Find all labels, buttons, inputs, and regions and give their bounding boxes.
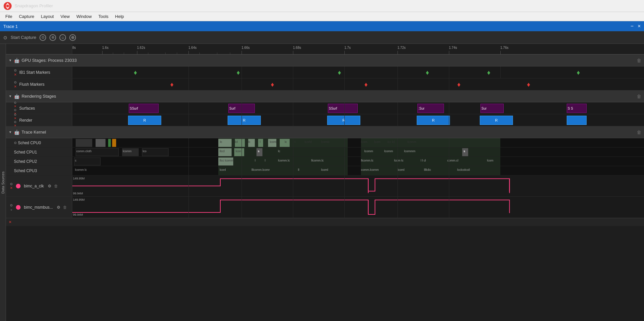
bimc-msmbus-trash[interactable]: 🗑 [63,205,67,210]
sched-cpu0-icon[interactable]: ⊙ [14,141,17,145]
surfaces-content: SSurf Surf SSurf :Sur Sur S S [72,102,644,114]
sched-cpu0-content: lc lcl lc l lcoml lc l lcorld lcomlc lco… [72,138,644,147]
flush-icons: ⊙ ✕ [14,80,17,88]
toolbar-icon-1[interactable]: ⊙ [39,34,46,41]
ib1-marker-5: ♦ [487,68,490,76]
surface-block-3[interactable]: SSurf [328,104,358,113]
render-block-5[interactable]: R [480,116,513,125]
trace-kernel-title: Trace Kernel [22,130,46,135]
tracks-area: ▼ 🤖 GPU Stages: Process 23033 🗑 ⊙ ✕ IB1 … [6,54,644,321]
bimc-msmbus-row: ⊙ ⌄ bimc_msmbus... ⚙ 🗑 149.95M 99.94M [6,197,644,218]
app-icon [3,2,12,10]
ib1-content: ♦ ♦ ♦ ♦ ♦ ♦ [72,66,644,78]
trace-kernel-group-header[interactable]: ▼ 🤖 Trace Kernel 🗑 [6,126,644,138]
ib1-marker-6: ♦ [577,68,580,76]
ib1-icon-o[interactable]: ⊙ [14,68,17,72]
app-title: Snapdragon Profiler [15,3,53,8]
bottom-controls-row: ✕ [6,218,644,226]
bimc-a-clk-row: ⊙ ✕ bimc_a_clk ⚙ 🗑 149.95M 99.94M [6,175,644,197]
sidebar-text: Data Sources [1,171,5,194]
sched-cpu2-label-area: Sched CPU2 [6,157,72,166]
bimc-a-clk-content: 149.95M 99.94M [72,175,644,196]
surface-block-5[interactable]: Sur [480,104,504,113]
sched-cpu0-label-area: ⊙ Sched CPU0 [6,138,72,147]
bimc-msmbus-label: bimc_msmbus... [24,205,53,210]
trace-kernel-arrow[interactable]: ▼ [9,130,12,134]
bimc-a-clk-label: bimc_a_clk [24,184,44,188]
bimc-msmbus-gear[interactable]: ⚙ [57,205,60,210]
android-icon-kernel: 🤖 [14,130,20,135]
trace-close-button[interactable]: × [638,23,641,29]
ib1-icons: ⊙ ✕ [14,68,17,76]
flush-icon-x[interactable]: ✕ [14,85,17,88]
gpu-stages-trash[interactable]: 🗑 [637,58,641,63]
title-bar: Snapdragon Profiler [0,0,644,12]
menu-tools[interactable]: Tools [95,13,111,20]
surfaces-row: ⊙ ✕ ⊙ ✕ Surfaces SSurf Surf SSurf :Sur S… [6,102,644,114]
render-block-2[interactable]: R [228,116,261,125]
sched-cpu2-content: c llcc lcomm l l lcomm.lc llcomm.lc llco… [72,157,644,166]
menu-file[interactable]: File [2,13,16,20]
rendering-stages-group-header[interactable]: ▼ 🤖 Rendering Stages 🗑 [6,90,644,102]
bimc-a-clk-gear[interactable]: ⚙ [48,184,51,188]
toolbar-icon-3[interactable]: ☺ [59,34,66,41]
menu-capture[interactable]: Capture [16,13,37,20]
rendering-stages-trash[interactable]: 🗑 [637,94,641,99]
bottom-x-icon[interactable]: ✕ [9,220,12,224]
bimc-msmbus-content: 149.95M 99.94M [72,197,644,218]
flush-icon-o[interactable]: ⊙ [14,80,17,84]
flush-label-area: ⊙ ✕ Flush Markers [6,78,72,90]
bimc-a-clk-label-area: ⊙ ✕ bimc_a_clk ⚙ 🗑 [6,175,72,196]
bimc-msmbus-icons: ⊙ ⌄ [10,203,13,211]
sched-cpu3-label: Sched CPU3 [14,168,37,173]
sched-cpu0-row: ⊙ Sched CPU0 [6,138,644,148]
render-content: R R R R R [72,114,644,126]
flush-marker-5: ♦ [527,80,530,88]
render-block-6[interactable] [567,116,587,125]
start-capture-icon: ⊙ [3,35,7,40]
render-block-4[interactable]: R [417,116,450,125]
trace-minimize-button[interactable]: − [630,23,633,29]
toolbar: ⊙ Start Capture ⊙ ⊚ ☺ ⊕ [0,31,644,44]
sched-cpu3-content: lcomm lc lconl lllcomm.lcomr ll lcoml co… [72,166,644,175]
trace-kernel-trash[interactable]: 🗑 [637,130,641,135]
sched-cpu0-label: Sched CPU0 [18,141,41,145]
sched-cpu3-label-area: Sched CPU3 [6,166,72,175]
ib1-label: IB1 Start Markers [19,70,50,75]
ib1-icon-x[interactable]: ✕ [14,73,17,76]
sidebar-label: Data Sources [0,44,6,321]
surface-block-4[interactable]: :Sur [417,104,444,113]
surface-block-6[interactable]: S S [567,104,587,113]
render-block-3[interactable]: R [327,116,360,125]
sched-cpu1-label: Sched CPU1 [14,150,37,155]
bimc-msmbus-label-area: ⊙ ⌄ bimc_msmbus... ⚙ 🗑 [6,197,72,218]
surface-block-1[interactable]: SSurf [129,104,159,113]
menu-view[interactable]: View [57,13,73,20]
menu-window[interactable]: Window [73,13,95,20]
flush-label: Flush Markers [19,82,44,87]
ib1-marker-1: ♦ [134,68,137,76]
sched-cpu1-row: Sched CPU1 comm.cloth lcomm lco llccl lc… [6,148,644,157]
flush-marker-3: ♦ [364,80,368,88]
ib1-marker-3: ♦ [338,68,341,76]
trace-tab-label[interactable]: Trace 1 [3,24,18,29]
flush-markers-row: ⊙ ✕ Flush Markers ♦ ♦ ♦ ♦ ♦ [6,78,644,90]
render-label-area: ⊙ ✕ ⊙ ✕ Render [6,114,72,126]
bimc-a-clk-dot [16,184,21,188]
trace-tab-controls: − × [630,23,641,29]
toolbar-icon-4[interactable]: ⊕ [69,34,76,41]
menu-help[interactable]: Help [112,13,127,20]
render-label: Render [19,118,32,123]
gpu-stages-group-header[interactable]: ▼ 🤖 GPU Stages: Process 23033 🗑 [6,54,644,66]
toolbar-icon-2[interactable]: ⊚ [49,34,56,41]
bimc-a-clk-trash[interactable]: 🗑 [54,184,58,188]
render-block-1[interactable]: R [128,116,161,125]
start-capture-label[interactable]: Start Capture [11,35,36,40]
android-icon-rendering: 🤖 [14,94,20,99]
menu-layout[interactable]: Layout [37,13,57,20]
sched-cpu2-label: Sched CPU2 [14,159,37,164]
gpu-stages-arrow[interactable]: ▼ [9,58,12,62]
bimc-a-clk-icons: ⊙ ✕ [10,182,13,190]
rendering-arrow[interactable]: ▼ [9,94,12,98]
render-icons: ⊙ ✕ ⊙ ✕ [14,113,17,127]
